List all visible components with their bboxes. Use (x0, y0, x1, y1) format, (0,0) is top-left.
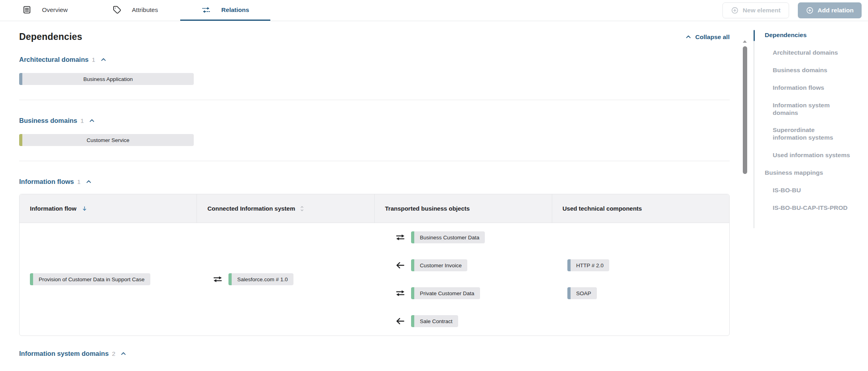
element-chip[interactable]: Customer Service (19, 134, 194, 146)
outline-item-architectural-domains[interactable]: Architectural domains (754, 49, 864, 57)
page-title: Dependencies (19, 32, 82, 42)
table-header-row: Information flow Connected Information s… (20, 194, 729, 223)
add-relation-button[interactable]: Add relation (798, 2, 862, 18)
outline-item-superordinate-information-systems[interactable]: Superordinate information systems (754, 126, 845, 142)
swap-arrows-icon (201, 5, 211, 15)
tab-label: Attributes (132, 6, 158, 14)
column-header-used-technical-components: Used technical components (552, 194, 729, 223)
top-tab-bar: Overview Attributes (0, 0, 868, 21)
section-count: 1 (92, 56, 95, 63)
section-count: 2 (112, 350, 116, 357)
section-information-flows: Information flows 1 Information flow Con… (19, 178, 730, 336)
chip-label: Customer Service (87, 137, 129, 143)
left-arrow-icon (395, 316, 405, 326)
tabs: Overview Attributes (0, 0, 270, 21)
outline-item-dependencies[interactable]: Dependencies (754, 32, 864, 39)
scrollbar-thumb[interactable] (743, 46, 747, 174)
chip-label: Business Customer Data (420, 235, 479, 241)
plus-circle-icon (806, 6, 814, 14)
bidirectional-arrow-icon (395, 232, 405, 243)
outline-item-is-bo-bu[interactable]: IS-BO-BU (754, 187, 864, 194)
section-title: Business domains (19, 117, 77, 124)
outline-nav: Dependencies Architectural domains Busin… (754, 31, 868, 228)
section-divider (19, 100, 730, 100)
chip-label: Business Application (83, 76, 133, 82)
content-scrollbar (742, 40, 747, 174)
tab-label: Relations (221, 6, 249, 14)
section-count: 1 (77, 178, 81, 186)
outline-item-information-system-domains[interactable]: Information system domains (754, 102, 845, 117)
document-lines-icon (22, 5, 31, 14)
collapse-all-label: Collapse all (695, 34, 730, 41)
table-row: Provision of Customer Data in Support Ca… (20, 223, 729, 335)
left-arrow-icon (395, 260, 405, 270)
add-relation-label: Add relation (818, 7, 854, 14)
section-title: Architectural domains (19, 56, 89, 63)
chip-label: Private Customer Data (420, 290, 474, 296)
information-flows-table: Information flow Connected Information s… (19, 194, 730, 336)
business-object-chip[interactable]: Sale Contract (411, 315, 458, 327)
column-label: Connected Information system (207, 205, 295, 212)
business-object-chip[interactable]: Customer Invoice (411, 259, 467, 271)
cell-information-flow: Provision of Customer Data in Support Ca… (20, 223, 202, 335)
outline-item-business-domains[interactable]: Business domains (754, 67, 864, 74)
topbar-actions: New element Add relation (722, 0, 868, 21)
chip-label: SOAP (576, 290, 591, 296)
chevron-up-icon[interactable] (89, 117, 95, 124)
tag-icon (112, 5, 122, 14)
column-label: Transported business objects (385, 205, 470, 212)
relations-content: Dependencies Collapse all Architectural … (0, 21, 754, 371)
section-count: 1 (81, 117, 84, 124)
business-object-chip[interactable]: Business Customer Data (411, 231, 485, 243)
chip-label: Sale Contract (420, 318, 453, 324)
column-header-connected-information-system[interactable]: Connected Information system (197, 194, 374, 223)
section-title: Information flows (19, 178, 74, 186)
section-information-system-domains: Information system domains 2 (19, 350, 730, 357)
connected-system-chip[interactable]: Salesforce.com # 1.0 (228, 273, 293, 285)
tab-relations[interactable]: Relations (180, 0, 270, 21)
section-title: Information system domains (19, 350, 109, 357)
sort-descending-icon (81, 205, 88, 212)
section-divider (19, 161, 730, 161)
chip-label: Customer Invoice (420, 262, 462, 268)
tab-attributes[interactable]: Attributes (90, 0, 180, 21)
technical-component-chip[interactable]: HTTP # 2.0 (567, 259, 609, 271)
column-header-information-flow[interactable]: Information flow (20, 194, 197, 223)
information-flow-chip[interactable]: Provision of Customer Data in Support Ca… (30, 273, 150, 285)
chevron-up-icon[interactable] (85, 178, 92, 185)
section-business-domains: Business domains 1 Customer Service (19, 117, 730, 146)
outline-item-is-bo-bu-cap-its-prod[interactable]: IS-BO-BU-CAP-ITS-PROD (754, 204, 864, 212)
outline-item-information-flows[interactable]: Information flows (754, 84, 864, 92)
cell-connected-information-system: Salesforce.com # 1.0 (202, 223, 385, 335)
chip-label: Provision of Customer Data in Support Ca… (39, 276, 145, 282)
element-chip[interactable]: Business Application (19, 73, 194, 85)
chevron-up-icon[interactable] (120, 350, 127, 357)
cell-used-technical-components: HTTP # 2.0 SOAP (557, 223, 729, 335)
tab-overview[interactable]: Overview (0, 0, 90, 21)
sort-unsorted-icon (300, 205, 304, 212)
technical-component-chip[interactable]: SOAP (567, 287, 597, 299)
relations-outline-sidebar: Dependencies Architectural domains Busin… (754, 21, 868, 371)
scroll-up-arrow[interactable] (743, 40, 747, 43)
chip-label: HTTP # 2.0 (576, 262, 604, 268)
collapse-all-button[interactable]: Collapse all (685, 34, 730, 41)
column-label: Used technical components (563, 205, 642, 212)
column-header-transported-business-objects: Transported business objects (374, 194, 552, 223)
cell-transported-business-objects: Business Customer Data Customer Invoice (385, 223, 557, 335)
chip-label: Salesforce.com # 1.0 (237, 276, 288, 282)
column-label: Information flow (30, 205, 77, 212)
chevron-up-icon[interactable] (100, 56, 107, 63)
plus-circle-icon (731, 6, 739, 14)
bidirectional-arrow-icon (395, 288, 405, 298)
new-element-button[interactable]: New element (722, 2, 789, 18)
outline-item-business-mappings[interactable]: Business mappings (754, 169, 864, 177)
outline-item-used-information-systems[interactable]: Used information systems (754, 152, 864, 159)
tab-label: Overview (42, 6, 68, 14)
bidirectional-arrow-icon (213, 274, 223, 284)
new-element-label: New element (743, 7, 781, 14)
business-object-chip[interactable]: Private Customer Data (411, 287, 480, 299)
section-architectural-domains: Architectural domains 1 Business Applica… (19, 56, 730, 85)
chevron-up-icon (685, 34, 692, 40)
